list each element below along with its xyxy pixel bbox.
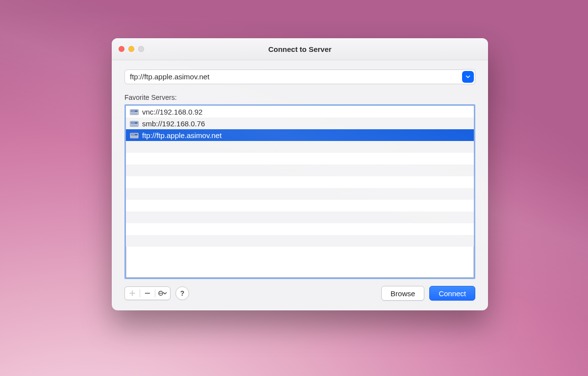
list-edit-segment bbox=[124, 286, 171, 300]
list-row-empty bbox=[126, 176, 474, 188]
svg-point-3 bbox=[133, 111, 134, 112]
svg-point-15 bbox=[133, 134, 134, 135]
list-row-empty bbox=[126, 164, 474, 176]
svg-point-8 bbox=[131, 122, 132, 123]
connect-to-server-window: Connect to Server ftp://ftp.apple.asimov… bbox=[112, 38, 488, 310]
list-row-empty bbox=[126, 200, 474, 212]
svg-rect-5 bbox=[131, 113, 138, 114]
desktop-background: Connect to Server ftp://ftp.apple.asimov… bbox=[0, 0, 588, 376]
window-body: ftp://ftp.apple.asimov.net Favorite Serv… bbox=[112, 60, 488, 310]
list-row-empty bbox=[126, 235, 474, 247]
connect-button[interactable]: Connect bbox=[429, 286, 475, 301]
favorite-server-url: vnc://192.168.0.92 bbox=[142, 108, 202, 116]
action-menu-icon bbox=[157, 290, 168, 296]
svg-point-16 bbox=[134, 134, 135, 135]
favorite-servers-list[interactable]: vnc://192.168.0.92 smb://192.168.0.76 ft… bbox=[124, 104, 475, 279]
list-row-empty bbox=[126, 141, 474, 153]
remove-favorite-button[interactable] bbox=[140, 287, 155, 300]
address-history-wrap bbox=[463, 69, 475, 85]
svg-point-10 bbox=[134, 122, 135, 123]
browse-button[interactable]: Browse bbox=[381, 286, 424, 301]
svg-rect-17 bbox=[131, 136, 138, 138]
favorite-server-row[interactable]: vnc://192.168.0.92 bbox=[126, 106, 474, 118]
favorite-servers-label: Favorite Servers: bbox=[124, 94, 475, 101]
minus-icon bbox=[145, 290, 150, 296]
action-menu-button[interactable] bbox=[155, 287, 170, 300]
favorite-server-row[interactable]: ftp://ftp.apple.asimov.net bbox=[126, 129, 474, 141]
server-icon bbox=[130, 108, 139, 115]
help-button[interactable]: ? bbox=[175, 286, 189, 300]
server-icon bbox=[130, 120, 139, 127]
server-address-row: ftp://ftp.apple.asimov.net bbox=[124, 69, 475, 85]
add-favorite-button[interactable] bbox=[125, 287, 140, 300]
address-history-dropdown[interactable] bbox=[463, 71, 473, 82]
list-row-empty bbox=[126, 223, 474, 235]
plus-icon bbox=[129, 290, 135, 296]
titlebar: Connect to Server bbox=[112, 38, 488, 60]
svg-point-2 bbox=[131, 111, 132, 112]
list-row-empty bbox=[126, 153, 474, 164]
svg-point-14 bbox=[131, 134, 132, 135]
svg-point-19 bbox=[159, 293, 160, 294]
window-title: Connect to Server bbox=[112, 45, 488, 53]
list-row-empty bbox=[126, 188, 474, 200]
svg-point-4 bbox=[134, 111, 135, 112]
svg-point-21 bbox=[161, 293, 162, 294]
list-row-empty bbox=[126, 212, 474, 223]
favorite-server-url: ftp://ftp.apple.asimov.net bbox=[142, 131, 221, 140]
footer-toolbar: ? Browse Connect bbox=[124, 286, 475, 301]
svg-point-20 bbox=[160, 293, 161, 294]
svg-rect-11 bbox=[131, 124, 138, 126]
svg-point-9 bbox=[133, 122, 134, 123]
server-address-input[interactable]: ftp://ftp.apple.asimov.net bbox=[124, 70, 463, 84]
favorite-server-url: smb://192.168.0.76 bbox=[142, 119, 205, 128]
server-icon bbox=[130, 132, 139, 139]
favorite-server-row[interactable]: smb://192.168.0.76 bbox=[126, 118, 474, 129]
chevron-down-icon bbox=[466, 74, 470, 79]
